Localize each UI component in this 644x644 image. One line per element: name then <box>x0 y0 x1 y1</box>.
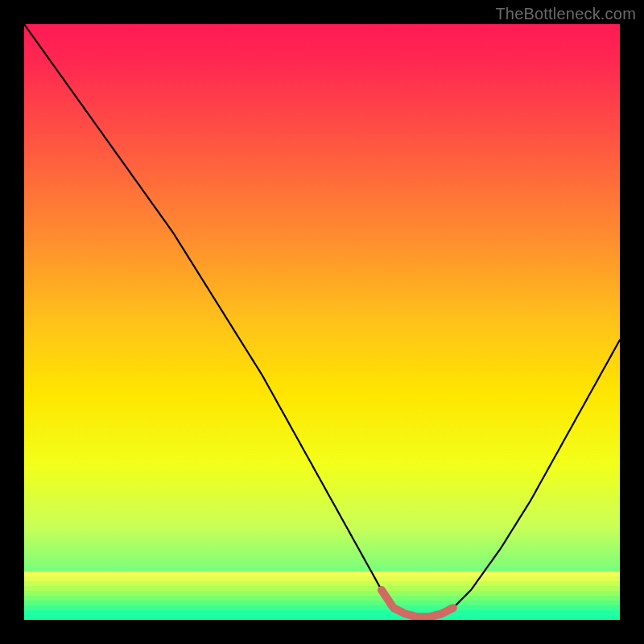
optimal-range-marker <box>382 590 453 617</box>
plot-area <box>24 24 620 620</box>
watermark-text: TheBottleneck.com <box>495 5 636 23</box>
chart-stage: TheBottleneck.com <box>0 0 644 644</box>
curve-layer <box>24 24 620 620</box>
bottleneck-curve <box>24 24 620 617</box>
